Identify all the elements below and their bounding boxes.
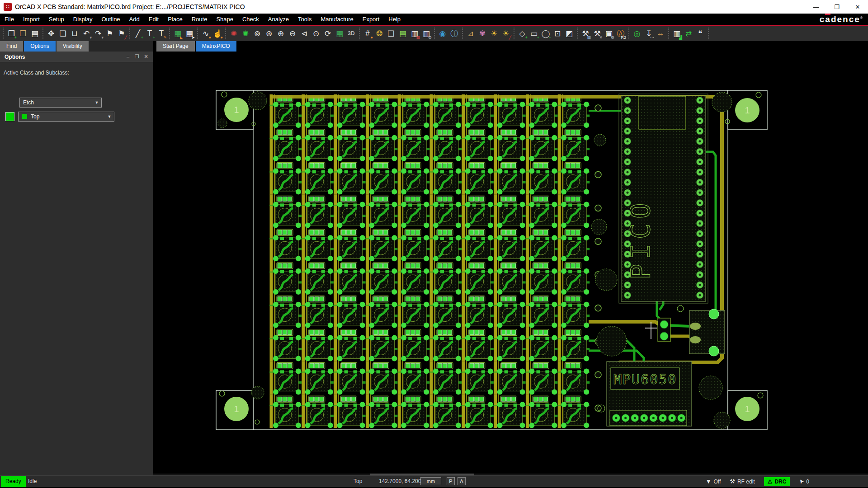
add-rect-icon[interactable]: ▭+: [528, 27, 540, 40]
copy-icon[interactable]: ❏: [57, 27, 69, 40]
p-button[interactable]: P: [447, 477, 455, 485]
add-text-icon[interactable]: T+: [144, 27, 156, 40]
add-connect-icon[interactable]: ∿●: [200, 27, 212, 40]
linear-dimension-icon[interactable]: ↔: [655, 27, 666, 40]
object-visibility-icon[interactable]: ◉: [437, 27, 448, 40]
chevron-down-icon[interactable]: ▼: [92, 98, 101, 107]
element-info-icon[interactable]: ⓘ: [448, 27, 460, 40]
slide-icon[interactable]: ☝●: [212, 27, 223, 40]
zoom-coverage-icon[interactable]: ⊚: [251, 27, 263, 40]
status-report-icon[interactable]: ▥▟: [671, 27, 683, 40]
drc-check-icon[interactable]: ◎: [631, 27, 643, 40]
refresh-glyph: ⟳: [325, 29, 331, 38]
minimize-button[interactable]: —: [806, 0, 826, 14]
add-line-icon[interactable]: ╱+: [132, 27, 144, 40]
menu-item-analyze[interactable]: Analyze: [264, 14, 293, 25]
menu-item-display[interactable]: Display: [69, 14, 97, 25]
menu-item-add[interactable]: Add: [125, 14, 144, 25]
pin-icon[interactable]: ⚑: [104, 27, 116, 40]
menu-item-route[interactable]: Route: [187, 14, 212, 25]
drafting-tools-icon[interactable]: ⚒✕: [591, 27, 603, 40]
place-manual-icon[interactable]: ▦◣: [172, 27, 184, 40]
tab-visibility[interactable]: Visibility: [57, 41, 89, 52]
menu-item-check[interactable]: Check: [238, 14, 264, 25]
artwork-icon[interactable]: ▣⚙: [603, 27, 615, 40]
zoom-in-icon[interactable]: ⊕: [275, 27, 287, 40]
add-circle-icon[interactable]: ◯+: [540, 27, 552, 40]
close-button[interactable]: ✕: [847, 0, 868, 14]
shadow-mode-icon[interactable]: ❑: [385, 27, 397, 40]
measure-icon[interactable]: ⊿: [465, 27, 476, 40]
panel-float-button[interactable]: ❐: [134, 54, 140, 60]
nc-drill-icon[interactable]: ⚒▦: [580, 27, 591, 40]
menu-item-export[interactable]: Export: [358, 14, 384, 25]
class-dropdown[interactable]: Etch ▼: [19, 98, 102, 108]
layer-priority-icon[interactable]: ▤: [397, 27, 409, 40]
cross-section-icon[interactable]: ⇄: [683, 27, 694, 40]
pin-glyph: ⚑: [106, 29, 113, 38]
parameter-editor-icon[interactable]: ▥⚙: [420, 27, 432, 40]
menu-item-outline[interactable]: Outline: [97, 14, 124, 25]
add-polygon-icon[interactable]: ◇+: [516, 27, 528, 40]
dimension-icon[interactable]: ↧⋯: [643, 27, 655, 40]
refresh-icon[interactable]: ⟳: [322, 27, 334, 40]
options-panel-header[interactable]: Options –❐✕: [0, 52, 153, 62]
filter-toggle[interactable]: ▼Off: [706, 478, 721, 485]
led-cell: [494, 228, 526, 261]
dehighlight-icon[interactable]: ☀╱: [500, 27, 512, 40]
add-note-icon[interactable]: ❝: [694, 27, 706, 40]
open-design-icon[interactable]: ❒: [17, 27, 29, 40]
menu-item-shape[interactable]: Shape: [212, 14, 238, 25]
panel-minimize-button[interactable]: –: [125, 54, 131, 60]
pcb-drawing[interactable]: PICO MPU6050: [153, 52, 868, 475]
grid-toggle-icon[interactable]: #●: [362, 27, 373, 40]
delete-icon[interactable]: ⊔: [69, 27, 80, 40]
highlight-icon[interactable]: ☀: [488, 27, 500, 40]
quickplace-icon[interactable]: ▦➤: [184, 27, 195, 40]
units-button[interactable]: mm: [420, 477, 441, 485]
panel-close-button[interactable]: ✕: [143, 54, 149, 60]
subclass-color-swatch[interactable]: [5, 112, 14, 121]
chevron-down-icon[interactable]: ▼: [105, 112, 114, 121]
menu-item-help[interactable]: Help: [384, 14, 405, 25]
a-button[interactable]: A: [458, 477, 466, 485]
zoom-fit-icon[interactable]: ▦: [334, 27, 345, 40]
edit-boundary-icon[interactable]: ◩: [563, 27, 575, 40]
tab-matrixpico[interactable]: MatrixPICO: [196, 41, 236, 52]
view-3d-icon[interactable]: 3D: [345, 27, 357, 40]
tab-find[interactable]: Find: [0, 41, 23, 52]
tab-start-page[interactable]: Start Page: [156, 41, 195, 52]
undo-icon[interactable]: ↶▾: [80, 27, 92, 40]
menu-item-manufacture[interactable]: Manufacture: [316, 14, 358, 25]
move-icon[interactable]: ✥: [45, 27, 57, 40]
menu-item-import[interactable]: Import: [19, 14, 44, 25]
hide-rats-icon[interactable]: ✺: [240, 27, 251, 40]
show-rats-icon[interactable]: ✺: [228, 27, 240, 40]
reports-icon[interactable]: ▥▦: [409, 27, 420, 40]
tab-options[interactable]: Options: [24, 41, 55, 52]
rf-edit-toggle[interactable]: ⚒RF edit: [730, 478, 755, 485]
zoom-mode-icon[interactable]: ⊛: [263, 27, 275, 40]
menu-item-place[interactable]: Place: [163, 14, 187, 25]
design-canvas[interactable]: PICO MPU6050: [153, 52, 868, 475]
color-edit-icon[interactable]: ✾: [476, 27, 488, 40]
save-design-icon[interactable]: ▤: [29, 27, 41, 40]
auto-rename-icon[interactable]: ⒶR2: [615, 27, 627, 40]
menu-item-file[interactable]: File: [0, 14, 19, 25]
drc-status-badge[interactable]: ⚠DRC: [764, 477, 790, 486]
zoom-previous-icon[interactable]: ⊲: [298, 27, 310, 40]
color-dialog-icon[interactable]: ❂: [373, 27, 385, 40]
menu-item-edit[interactable]: Edit: [144, 14, 163, 25]
edit-text-icon[interactable]: T✎: [156, 27, 167, 40]
maximize-button[interactable]: ❐: [826, 0, 847, 14]
unpin-icon[interactable]: ⚑╱: [116, 27, 127, 40]
menu-item-tools[interactable]: Tools: [293, 14, 316, 25]
new-design-icon[interactable]: ❐+: [5, 27, 17, 40]
subclass-dropdown[interactable]: Top ▼: [18, 112, 114, 122]
select-shape-icon[interactable]: ⊡: [552, 27, 563, 40]
redo-icon[interactable]: ↷▾: [92, 27, 104, 40]
zoom-out-icon[interactable]: ⊖: [287, 27, 298, 40]
color-dialog-glyph: ❂: [376, 29, 382, 38]
menu-item-setup[interactable]: Setup: [44, 14, 69, 25]
zoom-center-icon[interactable]: ⊙: [310, 27, 322, 40]
